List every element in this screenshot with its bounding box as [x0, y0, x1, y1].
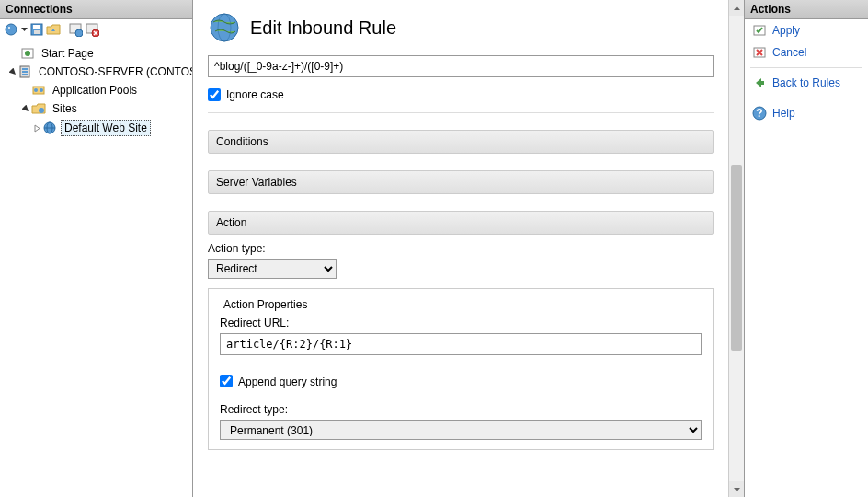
chevron-expanded-icon[interactable] — [20, 105, 31, 113]
svg-rect-26 — [760, 81, 764, 85]
tree-server[interactable]: CONTOSO-SERVER (CONTOS — [2, 63, 190, 81]
svg-rect-14 — [22, 74, 28, 75]
redirect-type-select[interactable]: Permanent (301) — [220, 420, 702, 440]
svg-text:?: ? — [756, 107, 762, 120]
back-arrow-icon — [752, 75, 767, 90]
svg-point-18 — [39, 108, 44, 113]
help-button[interactable]: ? Help — [745, 102, 868, 124]
connections-panel: Connections Start Page — [0, 0, 193, 497]
svg-point-1 — [8, 27, 10, 29]
pattern-input[interactable] — [208, 55, 714, 77]
cancel-icon — [752, 45, 767, 60]
server-vars-section[interactable]: Server Variables — [208, 170, 714, 194]
apply-icon — [752, 23, 767, 38]
stop-server-icon[interactable] — [85, 22, 99, 37]
svg-rect-13 — [22, 71, 28, 73]
folder-up-icon[interactable] — [46, 22, 61, 37]
sites-folder-icon — [31, 101, 46, 116]
app-pools-icon — [31, 83, 46, 98]
append-query-label: Append query string — [238, 376, 337, 388]
help-icon: ? — [752, 106, 767, 121]
back-to-rules-button[interactable]: Back to Rules — [745, 72, 868, 94]
scroll-track[interactable] — [729, 16, 744, 481]
scroll-down-icon[interactable] — [729, 481, 744, 497]
action-properties-fieldset: Action Properties Redirect URL: Append q… — [208, 288, 714, 450]
redirect-url-label: Redirect URL: — [220, 317, 702, 329]
connections-header: Connections — [0, 0, 192, 19]
tree-sites[interactable]: Sites — [2, 99, 190, 118]
tree-app-pools[interactable]: Application Pools — [2, 81, 190, 99]
actions-header: Actions — [745, 0, 868, 19]
scroll-thumb[interactable] — [731, 165, 742, 351]
svg-point-22 — [211, 14, 238, 41]
ignore-case-checkbox[interactable] — [208, 88, 221, 101]
apply-button[interactable]: Apply — [745, 19, 868, 41]
actions-panel: Actions Apply Cancel Back to Rules ? Hel… — [744, 0, 868, 497]
page-title: Edit Inbound Rule — [208, 11, 714, 44]
action-properties-legend: Action Properties — [220, 298, 311, 311]
action-section[interactable]: Action — [208, 211, 714, 235]
connect-icon[interactable] — [4, 22, 18, 37]
server-explore-icon[interactable] — [68, 22, 83, 37]
action-type-label: Action type: — [208, 242, 714, 255]
action-type-select[interactable]: Redirect — [208, 259, 337, 279]
svg-point-10 — [25, 51, 30, 56]
conditions-section[interactable]: Conditions — [208, 130, 714, 154]
home-icon — [20, 46, 35, 61]
chevron-expanded-icon[interactable] — [9, 68, 17, 76]
server-icon — [17, 64, 32, 79]
connect-dropdown-icon[interactable] — [20, 22, 28, 37]
svg-point-17 — [40, 88, 43, 92]
svg-rect-4 — [34, 30, 40, 34]
svg-rect-3 — [33, 25, 40, 29]
connections-tree: Start Page CONTOSO-SERVER (CONTOS Applic… — [0, 40, 192, 497]
svg-point-6 — [75, 29, 83, 37]
scroll-up-icon[interactable] — [729, 0, 744, 16]
globe-icon — [42, 121, 57, 135]
cancel-button[interactable]: Cancel — [745, 41, 868, 64]
save-icon[interactable] — [29, 22, 44, 37]
redirect-url-input[interactable] — [220, 333, 702, 355]
svg-point-16 — [34, 88, 38, 92]
main-scrollbar[interactable] — [728, 0, 744, 497]
ignore-case-label: Ignore case — [226, 88, 284, 101]
main-panel: Edit Inbound Rule Ignore case Conditions… — [193, 0, 744, 497]
tree-start-page[interactable]: Start Page — [2, 44, 190, 63]
svg-point-0 — [6, 24, 17, 35]
tree-default-site[interactable]: Default Web Site — [2, 118, 190, 138]
globe-large-icon — [208, 11, 241, 44]
redirect-type-label: Redirect type: — [220, 403, 702, 416]
svg-rect-12 — [22, 68, 28, 70]
append-query-checkbox[interactable] — [220, 375, 233, 387]
connections-toolbar — [0, 19, 192, 40]
chevron-collapsed-icon[interactable] — [31, 124, 42, 133]
